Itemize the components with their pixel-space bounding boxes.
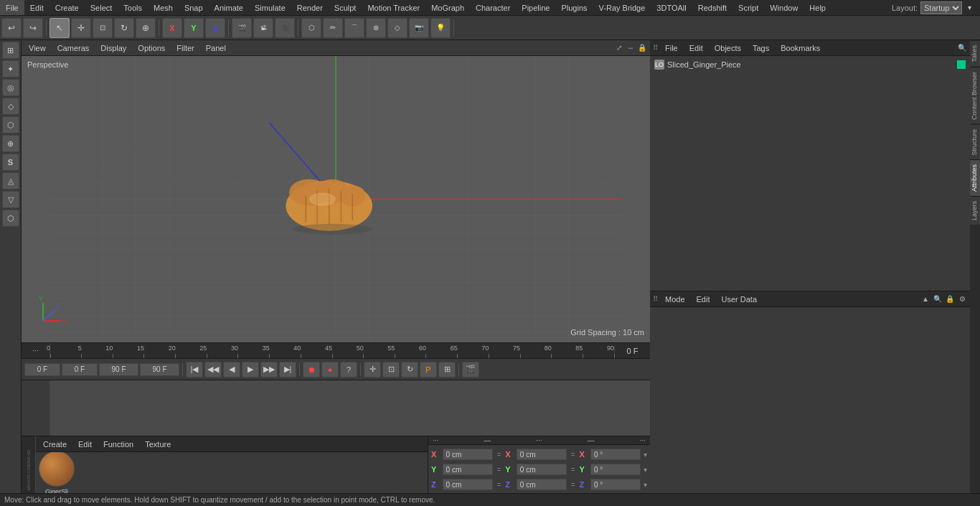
z-axis-button[interactable]: Z bbox=[205, 18, 225, 38]
attr-icon-lock[interactable]: 🔒 bbox=[945, 294, 955, 304]
deform-button[interactable]: ◇ bbox=[387, 18, 407, 38]
menu-3dtoall[interactable]: 3DTOAll bbox=[651, 0, 692, 15]
redo-button[interactable]: ↪ bbox=[23, 18, 43, 38]
coord-z-scale[interactable] bbox=[590, 479, 641, 490]
obj-menu-bookmarks[interactable]: Bookmarks bbox=[776, 44, 824, 52]
viewport-menu-options[interactable]: Options bbox=[133, 44, 169, 52]
spline-button[interactable]: ⌒ bbox=[344, 18, 364, 38]
current-frame-display[interactable]: 0 F bbox=[614, 347, 650, 355]
menu-mesh[interactable]: Mesh bbox=[148, 0, 179, 15]
menu-simulate[interactable]: Simulate bbox=[249, 0, 291, 15]
tl-move-button[interactable]: ✛ bbox=[364, 362, 381, 378]
record-button[interactable]: ⏺ bbox=[303, 362, 320, 378]
mat-menu-texture[interactable]: Texture bbox=[141, 440, 175, 449]
viewport-menu-cameras[interactable]: Cameras bbox=[53, 44, 94, 52]
left-tool-6[interactable]: S bbox=[2, 154, 19, 171]
coord-y-rot[interactable] bbox=[517, 464, 567, 475]
menu-mograph[interactable]: MoGraph bbox=[425, 0, 470, 15]
frame-start-input[interactable] bbox=[24, 363, 60, 376]
left-tool-9[interactable]: ⬡ bbox=[2, 210, 19, 227]
frame-end-input[interactable] bbox=[99, 363, 138, 376]
attr-icon-search[interactable]: 🔍 bbox=[933, 294, 943, 304]
coord-x-scale[interactable] bbox=[590, 449, 641, 460]
scale-tool-button[interactable]: ⊡ bbox=[93, 18, 113, 38]
pen-button[interactable]: ✏ bbox=[323, 18, 343, 38]
left-tool-2[interactable]: ◎ bbox=[2, 79, 19, 96]
frame-end-input2[interactable] bbox=[140, 363, 179, 376]
tl-preview-button[interactable]: 🎬 bbox=[462, 362, 479, 378]
menu-file[interactable]: File bbox=[0, 0, 24, 15]
cube-button[interactable]: ⬡ bbox=[301, 18, 321, 38]
menu-help[interactable]: Help bbox=[804, 0, 831, 15]
left-tool-5[interactable]: ⊕ bbox=[2, 135, 19, 152]
go-end-button[interactable]: ▶| bbox=[279, 362, 296, 378]
coord-x-rot[interactable] bbox=[517, 449, 567, 460]
menu-animate[interactable]: Animate bbox=[209, 0, 249, 15]
undo-button[interactable]: ↩ bbox=[1, 18, 22, 38]
left-tool-1[interactable]: ✦ bbox=[2, 60, 19, 78]
search-icon[interactable]: 🔍 bbox=[957, 43, 967, 53]
x-axis-button[interactable]: X bbox=[162, 18, 182, 38]
light-button[interactable]: 💡 bbox=[430, 18, 451, 38]
viewport-icon-maximize[interactable]: ↔ bbox=[626, 43, 636, 53]
layout-arrow[interactable]: ▾ bbox=[962, 4, 977, 11]
menu-create[interactable]: Create bbox=[50, 0, 85, 15]
viewport-menu-filter[interactable]: Filter bbox=[172, 44, 198, 52]
next-key-button[interactable]: ▶▶ bbox=[260, 362, 278, 378]
tab-content-browser[interactable]: Content Browser bbox=[970, 67, 980, 124]
menu-character[interactable]: Character bbox=[470, 0, 516, 15]
coord-x-pos[interactable] bbox=[443, 449, 493, 460]
menu-tools[interactable]: Tools bbox=[118, 0, 148, 15]
tab-layers[interactable]: Layers bbox=[970, 196, 980, 225]
menu-redshift[interactable]: Redshift bbox=[692, 0, 732, 15]
viewport-menu-view[interactable]: View bbox=[24, 44, 50, 52]
obj-menu-file[interactable]: File bbox=[661, 44, 682, 52]
tl-param-button[interactable]: P bbox=[420, 362, 437, 378]
viewport-menu-panel[interactable]: Panel bbox=[202, 44, 230, 52]
layout-select[interactable]: Startup bbox=[920, 1, 962, 14]
tl-grid-button[interactable]: ⊞ bbox=[438, 362, 456, 378]
prev-key-button[interactable]: ◀ bbox=[223, 362, 240, 378]
frame-start-input2[interactable] bbox=[62, 363, 98, 376]
object-row-ginger[interactable]: LO Sliced_Ginger_Piece bbox=[651, 57, 969, 72]
help-button[interactable]: ? bbox=[340, 362, 357, 378]
menu-vray[interactable]: V-Ray Bridge bbox=[593, 0, 651, 15]
tl-rotate-button[interactable]: ↻ bbox=[401, 362, 418, 378]
menu-window[interactable]: Window bbox=[764, 0, 804, 15]
viewport-menu-display[interactable]: Display bbox=[96, 44, 131, 52]
attr-menu-edit[interactable]: Edit bbox=[692, 295, 715, 304]
tl-scale-button[interactable]: ⊡ bbox=[382, 362, 400, 378]
menu-pipeline[interactable]: Pipeline bbox=[516, 0, 555, 15]
menu-edit[interactable]: Edit bbox=[24, 0, 50, 15]
tab-takes[interactable]: Takes bbox=[970, 40, 980, 67]
menu-sculpt[interactable]: Sculpt bbox=[329, 0, 362, 15]
viewport-icon-lock[interactable]: 🔒 bbox=[637, 43, 647, 53]
obj-menu-objects[interactable]: Objects bbox=[710, 44, 745, 52]
left-tool-3[interactable]: ◇ bbox=[2, 98, 19, 115]
tab-attributes[interactable]: Attributes bbox=[970, 159, 980, 196]
y-axis-button[interactable]: Y bbox=[184, 18, 204, 38]
obj-menu-tags[interactable]: Tags bbox=[748, 44, 773, 52]
render-view-button[interactable]: 📽 bbox=[253, 18, 273, 38]
coord-y-pos[interactable] bbox=[443, 464, 493, 475]
attr-menu-mode[interactable]: Mode bbox=[661, 295, 689, 304]
attr-icon-gear[interactable]: ⚙ bbox=[957, 294, 967, 304]
menu-render[interactable]: Render bbox=[291, 0, 329, 15]
viewport-canvas[interactable]: Perspective Grid Spacing : 10 cm X Y Z bbox=[22, 56, 650, 342]
select-tool-button[interactable]: ↖ bbox=[50, 18, 70, 38]
attr-icon-arrow[interactable]: ▲ bbox=[920, 294, 930, 304]
menu-motion-tracker[interactable]: Motion Tracker bbox=[362, 0, 425, 15]
render-region-button[interactable]: 🎬 bbox=[232, 18, 252, 38]
go-start-button[interactable]: |◀ bbox=[186, 362, 203, 378]
material-thumbnail[interactable] bbox=[39, 452, 75, 487]
menu-select[interactable]: Select bbox=[85, 0, 118, 15]
move-tool-button[interactable]: ✛ bbox=[71, 18, 91, 38]
obj-menu-edit[interactable]: Edit bbox=[685, 44, 707, 52]
auto-key-button[interactable]: ● bbox=[321, 362, 339, 378]
camera-button[interactable]: 📷 bbox=[409, 18, 429, 38]
prev-frame-button[interactable]: ◀◀ bbox=[204, 362, 222, 378]
mat-menu-edit[interactable]: Edit bbox=[74, 440, 96, 449]
menu-snap[interactable]: Snap bbox=[179, 0, 209, 15]
mat-menu-function[interactable]: Function bbox=[99, 440, 138, 449]
tab-structure[interactable]: Structure bbox=[970, 124, 980, 160]
